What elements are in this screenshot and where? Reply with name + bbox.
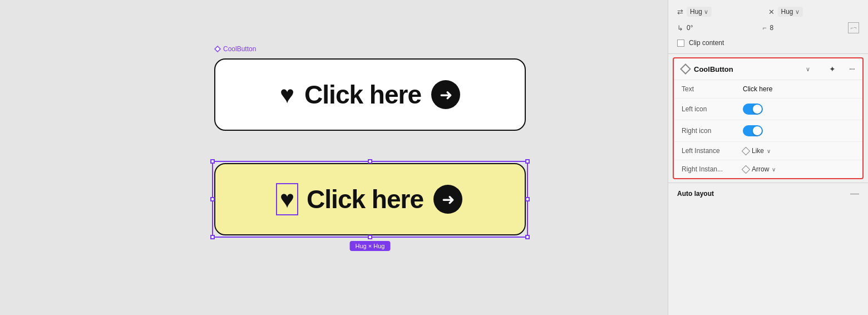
hug-width-label: Hug xyxy=(690,8,702,16)
corner-radius-icon: ⌐ xyxy=(763,24,767,32)
heart-icon-white: ♥ xyxy=(280,82,294,107)
left-icon-toggle-knob xyxy=(753,105,762,114)
hug-width-caret: ∨ xyxy=(704,8,708,16)
component-label: CoolButton xyxy=(214,45,256,53)
component-name: CoolButton xyxy=(694,65,801,73)
rotation-left: ↳ 0° xyxy=(677,24,763,32)
close-icon: ✕ xyxy=(768,8,775,16)
auto-layout-dash: — xyxy=(850,189,859,199)
handle-bl[interactable] xyxy=(210,235,215,239)
more-options-icon[interactable]: ··· xyxy=(849,64,855,74)
left-instance-caret: ∨ xyxy=(767,148,771,154)
text-prop-value: Click here xyxy=(743,85,772,93)
corner-left: ⌐ 8 xyxy=(763,24,849,32)
hug-right: ✕ Hug ∨ xyxy=(768,7,860,17)
corner-radius-value: 8 xyxy=(770,24,774,32)
left-instance-dropdown[interactable]: Like ∨ xyxy=(743,147,771,155)
move-icon[interactable]: ✦ xyxy=(829,65,836,73)
component-label-text: CoolButton xyxy=(223,45,256,53)
button-yellow-wrapper[interactable]: ♥ Click here ➜ Hug × Hug xyxy=(214,163,526,235)
button-text-yellow: Click here xyxy=(307,184,423,214)
handle-br[interactable] xyxy=(525,235,530,239)
right-icon-toggle[interactable] xyxy=(743,125,763,136)
text-prop-label: Text xyxy=(682,85,743,93)
clip-content-label: Clip content xyxy=(689,39,724,47)
clip-content-checkbox[interactable] xyxy=(677,40,684,47)
left-instance-value: Like xyxy=(752,147,764,155)
arrow-icon-white: ➜ xyxy=(431,80,460,109)
component-header: CoolButton ∨ ✦ ··· xyxy=(674,58,862,80)
left-icon-prop-label: Left icon xyxy=(682,105,743,113)
hug-row: ⇄ Hug ∨ ✕ Hug ∨ xyxy=(677,7,859,17)
rotation-value: 0° xyxy=(687,24,693,32)
component-properties-panel: CoolButton ∨ ✦ ··· Text Click here Left … xyxy=(673,57,864,179)
left-icon-toggle[interactable] xyxy=(743,104,763,115)
handle-rm[interactable] xyxy=(525,197,530,201)
canvas-inner: CoolButton ♥ Click here ➜ ♥ xyxy=(117,35,551,291)
arrow-icon-yellow: ➜ xyxy=(433,185,462,214)
right-icon-toggle-knob xyxy=(753,126,762,135)
auto-layout-label: Auto layout xyxy=(677,190,714,198)
hug-left: ⇄ Hug ∨ xyxy=(677,7,768,17)
right-instance-value: Arrow xyxy=(752,165,769,173)
clip-row: Clip content xyxy=(677,39,859,47)
right-instance-dropdown[interactable]: Arrow ∨ xyxy=(743,165,776,173)
hug-badge: Hug × Hug xyxy=(350,241,391,251)
handle-bm[interactable] xyxy=(368,235,372,239)
hug-width-dropdown[interactable]: Hug ∨ xyxy=(687,7,712,17)
left-instance-prop-row: Left Instance Like ∨ xyxy=(674,142,862,160)
text-prop-row: Text Click here xyxy=(674,80,862,99)
component-icon xyxy=(680,63,691,75)
component-caret: ∨ xyxy=(806,66,810,73)
left-icon-prop-row: Left icon xyxy=(674,99,862,120)
right-instance-prop-row: Right Instan... Arrow ∨ xyxy=(674,160,862,178)
button-white[interactable]: ♥ Click here ➜ xyxy=(214,58,526,131)
panel-top: ⇄ Hug ∨ ✕ Hug ∨ ↳ 0° ⌐ 8 xyxy=(668,0,868,54)
rotation-icon: ↳ xyxy=(677,24,683,32)
right-instance-prop-label: Right Instan... xyxy=(682,165,743,173)
button-text-white: Click here xyxy=(304,80,421,110)
left-instance-prop-label: Left Instance xyxy=(682,147,743,155)
handle-tr[interactable] xyxy=(525,159,530,164)
rotation-row: ↳ 0° ⌐ 8 ⌐¬ xyxy=(677,22,859,33)
hug-height-dropdown[interactable]: Hug ∨ xyxy=(778,7,803,17)
right-icon-prop-label: Right icon xyxy=(682,127,743,135)
hug-height-caret: ∨ xyxy=(795,8,800,16)
right-icon-prop-row: Right icon xyxy=(674,120,862,142)
right-panel: ⇄ Hug ∨ ✕ Hug ∨ ↳ 0° ⌐ 8 xyxy=(668,0,868,315)
heart-inner-selection xyxy=(276,183,298,215)
right-instance-caret: ∨ xyxy=(772,166,776,173)
hug-height-label: Hug xyxy=(781,8,793,16)
handle-tl[interactable] xyxy=(210,159,215,164)
right-instance-diamond-icon xyxy=(742,165,751,174)
resize-icon: ⇄ xyxy=(677,8,683,16)
clip-icon: ⌐¬ xyxy=(848,22,859,33)
button-yellow[interactable]: ♥ Click here ➜ xyxy=(214,163,526,235)
auto-layout-footer: Auto layout — xyxy=(668,183,868,204)
heart-icon-yellow-container: ♥ xyxy=(278,185,297,214)
component-diamond-icon xyxy=(214,46,221,52)
left-instance-diamond-icon xyxy=(742,146,751,155)
canvas: CoolButton ♥ Click here ➜ ♥ xyxy=(0,0,668,315)
